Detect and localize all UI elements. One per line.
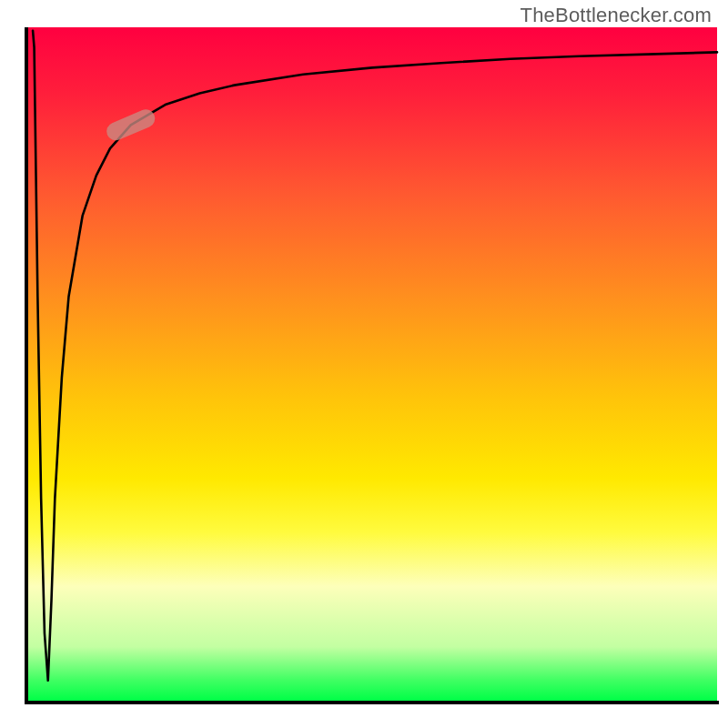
curve-layer (27, 27, 717, 701)
plot-area (27, 27, 717, 701)
curve-marker (104, 106, 157, 143)
svg-rect-0 (104, 106, 157, 143)
watermark-text: TheBottlenecker.com (521, 4, 712, 27)
x-axis-line (25, 701, 719, 704)
chart-container: TheBottlenecker.com (0, 0, 728, 728)
y-axis-line (25, 27, 28, 704)
